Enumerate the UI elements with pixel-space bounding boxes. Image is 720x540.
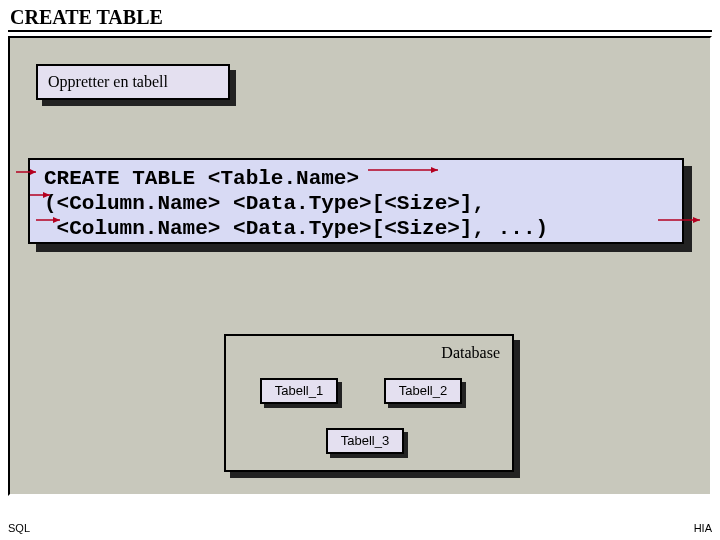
table-label-3: Tabell_3 [326, 428, 404, 454]
code-line-1: CREATE TABLE <Table.Name> [44, 167, 359, 190]
slide: CREATE TABLE Oppretter en tabell CREATE … [0, 0, 720, 540]
table-box-1: Tabell_1 [260, 378, 346, 410]
subtitle-box: Oppretter en tabell [36, 64, 230, 100]
code-box: CREATE TABLE <Table.Name> (<Column.Name>… [28, 158, 684, 244]
code-line-3: <Column.Name> <Data.Type>[<Size>], ...) [44, 217, 548, 240]
slide-title: CREATE TABLE [8, 4, 712, 32]
subtitle-group: Oppretter en tabell [36, 64, 236, 106]
code-group: CREATE TABLE <Table.Name> (<Column.Name>… [28, 158, 696, 254]
table-box-2: Tabell_2 [384, 378, 470, 410]
table-label-2: Tabell_2 [384, 378, 462, 404]
table-box-3: Tabell_3 [326, 428, 412, 460]
database-box: Database Tabell_1 Tabell_2 Tabell_3 [224, 334, 514, 472]
table-label-1: Tabell_1 [260, 378, 338, 404]
code-line-2: (<Column.Name> <Data.Type>[<Size>], [44, 192, 485, 215]
footer-left: SQL [8, 522, 30, 534]
database-group: Database Tabell_1 Tabell_2 Tabell_3 [224, 334, 524, 482]
database-heading: Database [441, 344, 500, 362]
main-panel: Oppretter en tabell CREATE TABLE <Table.… [8, 36, 712, 496]
footer-right: HIA [694, 522, 712, 534]
